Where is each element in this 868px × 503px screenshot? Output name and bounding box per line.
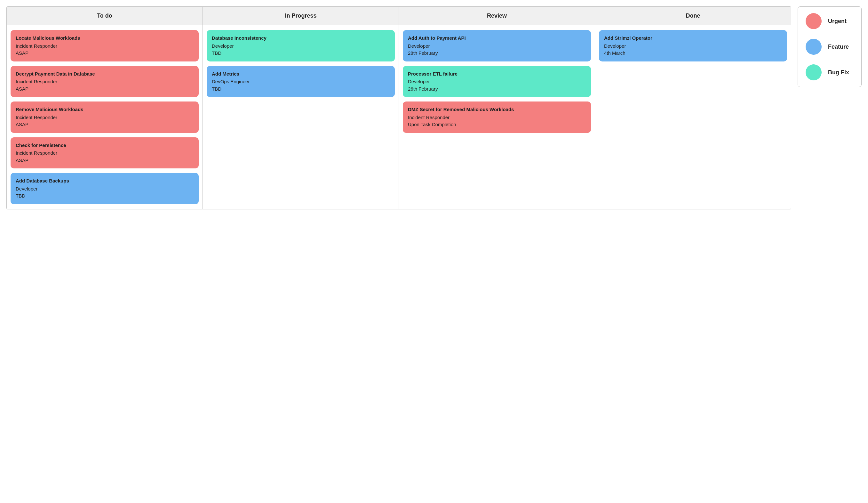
card-line2-db-inconsistency: Developer [212,43,390,50]
card-line2-add-metrics: DevOps Engineer [212,78,390,85]
column-body-review: Add Auth to Payment APIDeveloper28th Feb… [399,25,595,209]
card-title-dmz-secret: DMZ Secret for Removed Malicious Workloa… [408,106,586,113]
card-title-processor-etl: Processor ETL failure [408,70,586,78]
card-line3-check-persistence: ASAP [16,157,194,164]
legend-item-feature: Feature [806,39,854,55]
legend-item-urgent: Urgent [806,13,854,29]
card-locate-malicious[interactable]: Locate Malicious WorkloadsIncident Respo… [11,30,199,61]
column-header-done: Done [595,7,791,25]
card-line2-check-persistence: Incident Responder [16,150,194,157]
kanban-board: To doLocate Malicious WorkloadsIncident … [7,7,791,209]
legend-item-bugfix: Bug Fix [806,64,854,80]
card-line3-add-db-backups: TBD [16,192,194,200]
legend-label-feature: Feature [828,43,849,50]
card-line2-add-auth-payment: Developer [408,43,586,50]
card-line2-add-strimzi: Developer [604,43,782,50]
card-title-add-auth-payment: Add Auth to Payment API [408,34,586,42]
card-title-check-persistence: Check for Persistence [16,142,194,149]
card-line2-decrypt-payment: Incident Responder [16,78,194,85]
legend-label-bugfix: Bug Fix [828,69,849,76]
card-line3-locate-malicious: ASAP [16,50,194,57]
card-line3-remove-malicious: ASAP [16,121,194,128]
card-title-db-inconsistency: Database Inconsistency [212,34,390,42]
card-line3-processor-etl: 26th February [408,85,586,93]
card-line2-dmz-secret: Incident Responder [408,114,586,121]
card-title-add-db-backups: Add Database Backups [16,178,194,185]
card-add-metrics[interactable]: Add MetricsDevOps EngineerTBD [207,66,395,97]
column-body-todo: Locate Malicious WorkloadsIncident Respo… [7,25,203,209]
column-review: ReviewAdd Auth to Payment APIDeveloper28… [399,7,595,209]
column-body-inprogress: Database InconsistencyDeveloperTBDAdd Me… [203,25,399,209]
card-add-auth-payment[interactable]: Add Auth to Payment APIDeveloper28th Feb… [403,30,591,61]
column-header-inprogress: In Progress [203,7,399,25]
card-line2-processor-etl: Developer [408,78,586,85]
card-title-add-strimzi: Add Strimzi Operator [604,34,782,42]
card-processor-etl[interactable]: Processor ETL failureDeveloper26th Febru… [403,66,591,97]
legend-circle-feature [806,39,822,55]
card-add-db-backups[interactable]: Add Database BackupsDeveloperTBD [11,173,199,204]
column-header-review: Review [399,7,595,25]
legend-circle-bugfix [806,64,822,80]
card-line3-decrypt-payment: ASAP [16,85,194,93]
column-done: DoneAdd Strimzi OperatorDeveloper4th Mar… [595,7,791,209]
card-line2-remove-malicious: Incident Responder [16,114,194,121]
legend-panel: UrgentFeatureBug Fix [798,7,861,87]
card-remove-malicious[interactable]: Remove Malicious WorkloadsIncident Respo… [11,101,199,133]
card-db-inconsistency[interactable]: Database InconsistencyDeveloperTBD [207,30,395,61]
card-title-locate-malicious: Locate Malicious Workloads [16,34,194,42]
card-line3-add-strimzi: 4th March [604,50,782,57]
card-line3-dmz-secret: Upon Task Completion [408,121,586,128]
card-line3-add-metrics: TBD [212,85,390,93]
legend-circle-urgent [806,13,822,29]
card-title-remove-malicious: Remove Malicious Workloads [16,106,194,113]
card-title-add-metrics: Add Metrics [212,70,390,78]
card-line2-add-db-backups: Developer [16,185,194,193]
legend-label-urgent: Urgent [828,18,847,25]
column-todo: To doLocate Malicious WorkloadsIncident … [7,7,203,209]
column-inprogress: In ProgressDatabase InconsistencyDevelop… [203,7,399,209]
card-add-strimzi[interactable]: Add Strimzi OperatorDeveloper4th March [599,30,787,61]
card-dmz-secret[interactable]: DMZ Secret for Removed Malicious Workloa… [403,101,591,133]
card-check-persistence[interactable]: Check for PersistenceIncident ResponderA… [11,137,199,169]
column-body-done: Add Strimzi OperatorDeveloper4th March [595,25,791,209]
card-decrypt-payment[interactable]: Decrypt Payment Data in DatabaseIncident… [11,66,199,97]
card-line2-locate-malicious: Incident Responder [16,43,194,50]
card-title-decrypt-payment: Decrypt Payment Data in Database [16,70,194,78]
card-line3-db-inconsistency: TBD [212,50,390,57]
card-line3-add-auth-payment: 28th February [408,50,586,57]
column-header-todo: To do [7,7,203,25]
